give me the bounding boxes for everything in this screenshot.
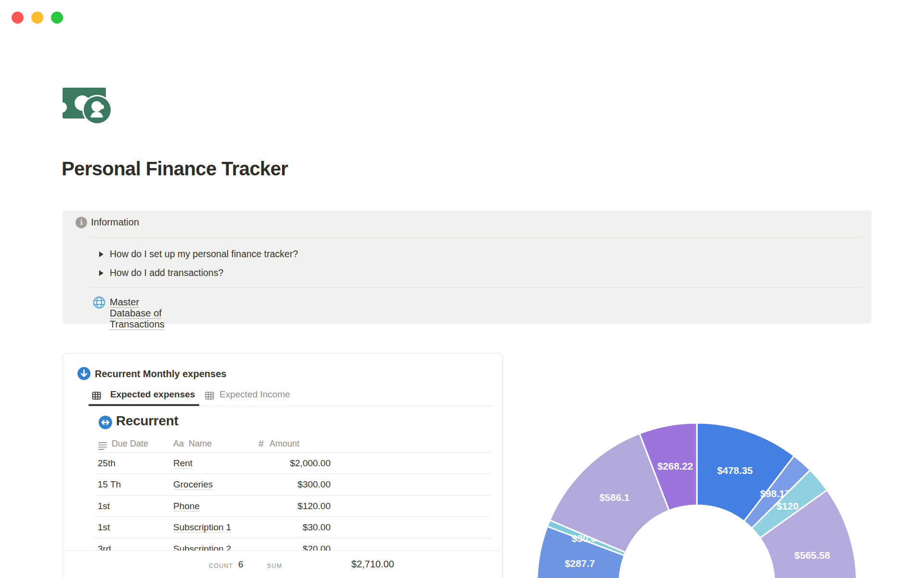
list-lines-icon <box>98 441 107 450</box>
table-row-rent[interactable]: 25th Rent $2,000.00 <box>63 452 502 473</box>
close-button[interactable] <box>12 12 24 24</box>
table-icon <box>91 391 102 401</box>
row-name-link[interactable]: Rent <box>173 458 192 469</box>
circle-down-arrow-icon <box>77 367 90 380</box>
donut-segment-label: $586.1 <box>599 492 629 503</box>
divider <box>90 287 862 288</box>
donut-segment-label: $287.7 <box>565 558 595 569</box>
info-icon: i <box>76 217 87 228</box>
active-tab-underline <box>89 404 199 406</box>
table-row-groceries[interactable]: 15 Th Groceries $300.00 <box>63 473 502 495</box>
column-header-due-date[interactable]: Due Date <box>112 439 148 449</box>
table-row-subscription-1[interactable]: 1st Subscription 1 $30.00 <box>63 516 502 538</box>
donut-segment-label: $478.35 <box>717 465 753 476</box>
page-icon-money-icon[interactable] <box>63 85 116 126</box>
row-name-link[interactable]: Subscription 1 <box>173 522 231 533</box>
number-sign-icon: # <box>258 438 264 449</box>
toggle-triangle-icon[interactable] <box>99 251 103 257</box>
circle-left-right-arrows-icon <box>99 416 112 429</box>
zoom-button[interactable] <box>51 12 63 24</box>
card-title: Recurrent Monthly expenses <box>95 368 226 380</box>
section-title: Recurrent <box>116 413 179 429</box>
column-header-name[interactable]: Name <box>189 439 212 449</box>
recurrent-expenses-card: Recurrent Monthly expenses Expected expe… <box>63 353 503 578</box>
expenses-donut-chart: $478.35$98.17$120$565.58$287.7$30.68$586… <box>520 412 886 578</box>
table-row-phone[interactable]: 1st Phone $120.00 <box>63 495 502 516</box>
column-header-amount[interactable]: Amount <box>270 439 299 449</box>
donut-segment-label: $120 <box>777 500 799 512</box>
aa-icon: Aa <box>173 439 184 449</box>
table-footer: COUNT 6 SUM $2,710.00 <box>63 551 502 578</box>
row-name-link[interactable]: Phone <box>173 501 200 512</box>
donut-segment-label: $268.22 <box>657 460 693 472</box>
table-header-row: Due Date Aa Name # Amount <box>63 438 502 452</box>
divider <box>90 237 862 237</box>
globe-icon <box>92 296 106 309</box>
callout-title: Information <box>91 217 139 228</box>
donut-segment-label: $565.58 <box>795 550 830 561</box>
table-icon <box>205 391 215 401</box>
minimize-button[interactable] <box>31 12 43 24</box>
page-title: Personal Finance Tracker <box>62 158 288 180</box>
information-callout: i Information How do I set up my persona… <box>63 210 872 324</box>
toggle-add-transactions-question[interactable]: How do I add transactions? <box>90 264 862 282</box>
master-database-link-label: Master Database of Transactions <box>110 297 165 330</box>
toggle-setup-question[interactable]: How do I set up my personal finance trac… <box>90 245 862 263</box>
toggle-triangle-icon[interactable] <box>99 270 103 276</box>
row-name-link[interactable]: Groceries <box>173 479 213 490</box>
